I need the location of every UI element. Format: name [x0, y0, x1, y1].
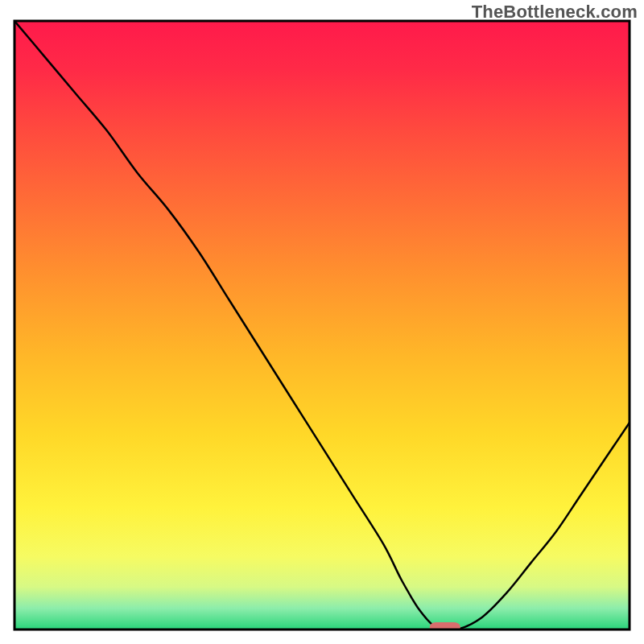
chart-canvas	[0, 0, 644, 644]
watermark-text: TheBottleneck.com	[472, 2, 638, 23]
bottleneck-chart: TheBottleneck.com	[0, 0, 644, 644]
gradient-background	[14, 21, 630, 630]
